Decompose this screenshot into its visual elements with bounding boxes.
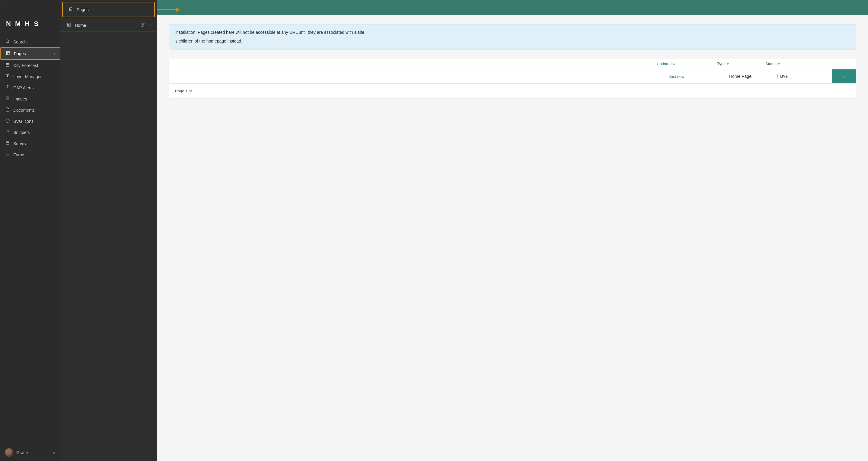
col-header-action (826, 62, 850, 66)
status-label: Status (765, 62, 777, 66)
avatar (5, 448, 13, 457)
col-header-status[interactable]: Status ∨ (765, 62, 826, 66)
images-icon (5, 96, 10, 101)
snippets-icon (5, 130, 10, 135)
layer-manager-chevron-icon: › (54, 74, 56, 79)
sidebar-item-label-city-forecast: City Forecast (13, 63, 51, 68)
type-value: Home Page (729, 74, 751, 79)
svg-point-0 (6, 40, 9, 42)
surveys-icon (5, 141, 10, 146)
sidebar-item-forms[interactable]: Forms (0, 149, 60, 160)
sidebar-item-pages[interactable]: Pages ‹ (0, 47, 60, 60)
table-row: Just now Home Page LIVE › (169, 69, 856, 84)
sidebar-item-label-layer-manager: Layer Manager (13, 74, 51, 79)
sidebar-navigation: Search Pages ‹ City Forecast › (0, 36, 60, 444)
panel-header-icon (69, 7, 74, 12)
sidebar-item-label-snippets: Snippets (13, 130, 56, 135)
updated-link[interactable]: Just now (669, 74, 684, 79)
cell-name (169, 69, 663, 83)
col-header-type[interactable]: Type ∨ (717, 62, 765, 66)
panel-item-chevron-icon[interactable]: › (149, 23, 151, 28)
table-header-row: Updated ∧ Type ∨ Status ∨ (169, 59, 856, 69)
pagination: Page 1 of 1. (169, 84, 856, 98)
pages-table: Updated ∧ Type ∨ Status ∨ Just now (169, 59, 856, 98)
sidebar-item-images[interactable]: Images (0, 93, 60, 104)
cell-status: LIVE (771, 69, 832, 83)
sidebar-item-cap-alerts[interactable]: CAP Alerts (0, 82, 60, 93)
updated-label: Updated (657, 62, 672, 66)
svg-rect-2 (6, 63, 9, 67)
sidebar-item-label-images: Images (13, 97, 56, 101)
sidebar: ← N M H S Search Pages ‹ (0, 0, 60, 461)
info-text-1: installation. Pages created here will no… (175, 29, 849, 36)
main-content: installation. Pages created here will no… (157, 0, 868, 461)
user-name: Grace (16, 450, 50, 455)
pages-icon (5, 51, 11, 56)
info-text-2: s children of the homepage instead. (175, 38, 849, 44)
sidebar-item-surveys[interactable]: Surveys › (0, 138, 60, 149)
svg-point-10 (6, 119, 9, 123)
panel-item-home[interactable]: Home › (60, 19, 157, 32)
sidebar-item-city-forecast[interactable]: City Forecast › (0, 60, 60, 71)
documents-icon (5, 107, 10, 112)
back-icon: ← (5, 3, 10, 8)
type-chevron-icon: ∨ (727, 62, 729, 65)
svg-point-7 (7, 87, 8, 88)
site-logo: N M H S (0, 11, 60, 36)
sidebar-item-svg-icons[interactable]: SVG Icons (0, 116, 60, 127)
main-body: installation. Pages created here will no… (157, 15, 868, 461)
col-header-updated[interactable]: Updated ∧ (657, 62, 717, 66)
type-label: Type (717, 62, 725, 66)
sort-asc-icon: ∧ (673, 62, 675, 65)
sidebar-back-button[interactable]: ← (0, 0, 60, 11)
sidebar-item-layer-manager[interactable]: Layer Manager › (0, 71, 60, 82)
status-badge: LIVE (777, 74, 790, 79)
pages-chevron-icon: ‹ (54, 52, 55, 56)
cell-action: › (832, 69, 856, 83)
panel-title: Pages (77, 7, 89, 12)
main-header-bar (157, 0, 868, 15)
info-box: installation. Pages created here will no… (169, 24, 856, 50)
status-chevron-icon: ∨ (778, 62, 780, 65)
forms-icon (5, 152, 10, 157)
cell-type: Home Page (723, 69, 771, 83)
pages-panel: Pages Home › (60, 0, 157, 461)
sidebar-item-search[interactable]: Search (0, 36, 60, 47)
sidebar-item-label-pages: Pages (14, 51, 51, 56)
sidebar-item-documents[interactable]: Documents (0, 104, 60, 116)
cell-updated: Just now (663, 69, 723, 83)
row-action-button[interactable]: › (832, 69, 856, 83)
home-folder-icon (66, 23, 72, 28)
search-icon (5, 39, 10, 44)
svg-icons-icon (5, 119, 10, 124)
surveys-chevron-icon: › (54, 141, 56, 146)
city-forecast-icon (5, 63, 10, 68)
sidebar-item-label-surveys: Surveys (13, 141, 51, 146)
sidebar-item-snippets[interactable]: Snippets (0, 127, 60, 138)
profile-chevron-icon: ∧ (53, 451, 56, 455)
cap-alerts-icon (5, 85, 10, 90)
panel-item-home-label: Home (75, 23, 137, 28)
sidebar-item-label-forms: Forms (13, 152, 56, 157)
svg-line-1 (8, 42, 9, 43)
sidebar-item-label-search: Search (13, 39, 56, 44)
sidebar-item-label-documents: Documents (13, 108, 56, 112)
user-profile-button[interactable]: Grace ∧ (0, 444, 60, 461)
edit-icon[interactable] (141, 23, 145, 28)
city-forecast-chevron-icon: › (54, 63, 56, 68)
sidebar-item-label-cap-alerts: CAP Alerts (13, 86, 56, 90)
layer-manager-icon (5, 74, 10, 79)
sidebar-item-label-svg-icons: SVG Icons (13, 119, 56, 124)
svg-point-6 (7, 75, 8, 77)
svg-point-9 (7, 97, 7, 98)
panel-header: Pages (62, 2, 155, 17)
col-header-name (175, 62, 657, 66)
